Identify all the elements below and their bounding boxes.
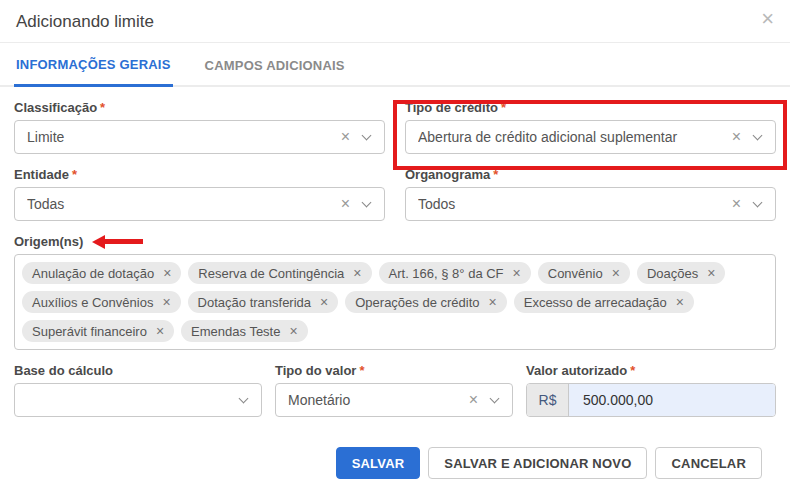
classificacao-select[interactable]: Limite ×	[14, 120, 385, 154]
save-and-add-new-button[interactable]: SALVAR E ADICIONAR NOVO	[428, 447, 647, 479]
origens-label: Origem(ns)	[14, 234, 83, 249]
save-button[interactable]: SALVAR	[336, 447, 421, 479]
clear-icon[interactable]: ×	[341, 196, 350, 212]
origem-tag-chip: Auxílios e Convênios ×	[22, 291, 181, 313]
required-marker: *	[501, 100, 506, 115]
footer-actions: SALVAR SALVAR E ADICIONAR NOVO CANCELAR	[14, 447, 776, 479]
organograma-value: Todos	[418, 196, 726, 212]
entidade-value: Todas	[27, 196, 335, 212]
organograma-select[interactable]: Todos ×	[405, 187, 776, 221]
tipo-valor-value: Monetário	[288, 392, 463, 408]
tipo-credito-value: Abertura de crédito adicional suplementa…	[418, 129, 726, 145]
origem-tag-chip: Anulação de dotação ×	[22, 262, 181, 284]
remove-tag-icon[interactable]: ×	[513, 266, 521, 280]
chevron-down-icon[interactable]	[362, 197, 372, 207]
valor-autorizado-label: Valor autorizado*	[526, 363, 776, 378]
clear-icon[interactable]: ×	[732, 129, 741, 145]
annotation-arrow-icon	[92, 235, 143, 249]
chevron-down-icon[interactable]	[753, 130, 763, 140]
remove-tag-icon[interactable]: ×	[289, 324, 297, 338]
close-icon[interactable]: ×	[761, 8, 774, 30]
classificacao-label-text: Classificação	[14, 100, 97, 115]
tipo-valor-select[interactable]: Monetário ×	[275, 383, 513, 417]
origem-tag-label: Anulação de dotação	[32, 266, 154, 281]
tipo-credito-label: Tipo de crédito*	[405, 100, 776, 115]
clear-icon[interactable]: ×	[341, 129, 350, 145]
arrow-head	[92, 235, 105, 249]
classificacao-value: Limite	[27, 129, 335, 145]
origem-tag-chip: Operações de crédito ×	[345, 291, 506, 313]
tipo-valor-label: Tipo do valor*	[275, 363, 513, 378]
currency-prefix: R$	[527, 384, 569, 416]
tab-campos-adicionais[interactable]: CAMPOS ADICIONAIS	[203, 58, 347, 85]
chevron-down-icon[interactable]	[362, 130, 372, 140]
remove-tag-icon[interactable]: ×	[353, 266, 361, 280]
tipo-credito-label-text: Tipo de crédito	[405, 100, 498, 115]
entidade-label-text: Entidade	[14, 167, 69, 182]
cancel-button[interactable]: CANCELAR	[655, 447, 762, 479]
page-title: Adicionando limite	[16, 12, 774, 32]
origens-label-row: Origem(ns)	[14, 234, 776, 249]
organograma-label-text: Organograma	[405, 167, 490, 182]
origem-tag-label: Convênio	[548, 266, 603, 281]
valor-autorizado-input[interactable]: 500.000,00	[569, 384, 775, 416]
origem-tag-chip: Dotação transferida ×	[188, 291, 339, 313]
origem-tag-label: Excesso de arrecadação	[524, 295, 667, 310]
entidade-select[interactable]: Todas ×	[14, 187, 385, 221]
origem-tag-label: Reserva de Contingência	[198, 266, 344, 281]
tipo-credito-select[interactable]: Abertura de crédito adicional suplementa…	[405, 120, 776, 154]
origem-tag-label: Doações	[647, 266, 698, 281]
origem-tag-label: Operações de crédito	[355, 295, 479, 310]
classificacao-label: Classificação*	[14, 100, 385, 115]
valor-autorizado-field[interactable]: R$ 500.000,00	[526, 383, 776, 417]
clear-icon[interactable]: ×	[732, 196, 741, 212]
entidade-label: Entidade*	[14, 167, 385, 182]
clear-icon[interactable]: ×	[469, 392, 478, 408]
origem-tag-label: Superávit financeiro	[32, 324, 147, 339]
origem-tag-chip: Art. 166, § 8° da CF ×	[379, 262, 531, 284]
origem-tag-label: Art. 166, § 8° da CF	[389, 266, 504, 281]
remove-tag-icon[interactable]: ×	[612, 266, 620, 280]
base-calculo-label: Base do cálculo	[14, 363, 262, 378]
organograma-label: Organograma*	[405, 167, 776, 182]
remove-tag-icon[interactable]: ×	[707, 266, 715, 280]
remove-tag-icon[interactable]: ×	[489, 295, 497, 309]
required-marker: *	[630, 363, 635, 378]
origem-tag-chip: Excesso de arrecadação ×	[514, 291, 694, 313]
origem-tag-label: Auxílios e Convênios	[32, 295, 153, 310]
required-marker: *	[493, 167, 498, 182]
remove-tag-icon[interactable]: ×	[320, 295, 328, 309]
origem-tag-chip: Emendas Teste ×	[181, 320, 308, 342]
modal-header: Adicionando limite ×	[0, 0, 790, 42]
origem-tag-chip: Reserva de Contingência ×	[188, 262, 371, 284]
required-marker: *	[72, 167, 77, 182]
origem-tag-chip: Doações ×	[637, 262, 726, 284]
remove-tag-icon[interactable]: ×	[676, 295, 684, 309]
origem-tag-chip: Convênio ×	[538, 262, 630, 284]
origem-tag-label: Dotação transferida	[198, 295, 311, 310]
chevron-down-icon[interactable]	[490, 393, 500, 403]
required-marker: *	[100, 100, 105, 115]
remove-tag-icon[interactable]: ×	[162, 295, 170, 309]
chevron-down-icon[interactable]	[239, 393, 249, 403]
chevron-down-icon[interactable]	[753, 197, 763, 207]
tab-informacoes-gerais[interactable]: INFORMAÇÕES GERAIS	[14, 57, 173, 87]
valor-autorizado-label-text: Valor autorizado	[526, 363, 627, 378]
required-marker: *	[359, 363, 364, 378]
base-calculo-select[interactable]	[14, 383, 262, 417]
origem-tag-label: Emendas Teste	[191, 324, 280, 339]
remove-tag-icon[interactable]: ×	[156, 324, 164, 338]
form: Classificação* Limite × Tipo de crédito*…	[0, 87, 790, 479]
tipo-valor-label-text: Tipo do valor	[275, 363, 356, 378]
arrow-tail	[105, 239, 143, 244]
origem-tag-chip: Superávit financeiro ×	[22, 320, 174, 342]
origens-tags-box[interactable]: Anulação de dotação × Reserva de Conting…	[14, 254, 776, 350]
remove-tag-icon[interactable]: ×	[163, 266, 171, 280]
tab-bar: INFORMAÇÕES GERAIS CAMPOS ADICIONAIS	[0, 43, 790, 87]
